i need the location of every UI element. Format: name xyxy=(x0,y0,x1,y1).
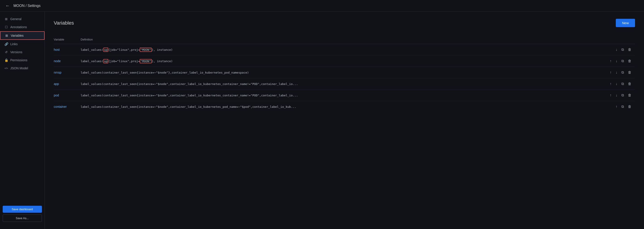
annotations-icon: ☐ xyxy=(4,25,8,29)
row-actions: ↑ ↓ ⧉ 🗑 xyxy=(599,93,632,98)
content-area: Variables New Variable Definition host xyxy=(45,12,644,229)
table-row: nmsp label_values(container_last_seen{in… xyxy=(54,67,635,78)
var-definition: label_values(up{job="linux",proj="MOON"}… xyxy=(80,59,173,63)
save-as-button[interactable]: Save As... xyxy=(3,215,42,222)
sidebar-item-general[interactable]: ⊞ General xyxy=(0,15,44,23)
var-name: nmsp xyxy=(54,71,61,74)
sidebar-item-label: Variables xyxy=(11,34,24,37)
sidebar: ⊞ General ☐ Annotations ⊞ Variables 🔗 Li… xyxy=(0,12,45,229)
var-name: app xyxy=(54,82,59,86)
sidebar-item-links[interactable]: 🔗 Links xyxy=(0,40,44,48)
table-row: pod label_values(container_last_seen{ins… xyxy=(54,90,635,101)
row-actions: ↑ ↓ ⧉ 🗑 xyxy=(599,59,632,63)
move-up-button[interactable]: ↑ xyxy=(615,104,618,109)
col-header-actions xyxy=(599,36,635,44)
move-down-button[interactable]: ↓ xyxy=(615,81,618,86)
col-header-variable: Variable xyxy=(54,36,80,44)
var-definition: label_values(container_last_seen{instanc… xyxy=(80,82,298,86)
move-up-button[interactable]: ↑ xyxy=(609,93,612,98)
general-icon: ⊞ xyxy=(4,17,8,21)
sidebar-item-permissions[interactable]: 🔒 Permissions xyxy=(0,56,44,64)
copy-button[interactable]: ⧉ xyxy=(620,104,625,109)
delete-button[interactable]: 🗑 xyxy=(627,59,632,63)
row-actions: ↑ ↓ ⧉ 🗑 xyxy=(599,70,632,75)
copy-button[interactable]: ⧉ xyxy=(620,81,625,86)
sidebar-item-label: General xyxy=(10,17,22,21)
move-up-button[interactable]: ↑ xyxy=(609,81,612,86)
row-actions: ↑ ⧉ 🗑 xyxy=(599,104,632,109)
row-actions: ↓ ⧉ 🗑 xyxy=(599,47,632,52)
sidebar-item-versions[interactable]: ↺ Versions xyxy=(0,48,44,56)
page-title: Variables xyxy=(54,20,74,26)
sidebar-item-json-model[interactable]: </> JSON Model xyxy=(0,64,44,72)
sidebar-item-label: JSON Model xyxy=(10,66,28,70)
sidebar-item-annotations[interactable]: ☐ Annotations xyxy=(0,23,44,31)
json-model-icon: </> xyxy=(4,67,8,70)
variables-table: Variable Definition host label_values(up… xyxy=(54,36,635,112)
var-name: pod xyxy=(54,93,59,97)
main-layout: ⊞ General ☐ Annotations ⊞ Variables 🔗 Li… xyxy=(0,12,644,229)
copy-button[interactable]: ⧉ xyxy=(620,59,625,63)
copy-button[interactable]: ⧉ xyxy=(620,47,625,52)
var-definition: label_values(container_last_seen{instanc… xyxy=(80,71,249,74)
content-header: Variables New xyxy=(54,19,635,27)
copy-button[interactable]: ⧉ xyxy=(620,93,625,98)
move-down-button[interactable]: ↓ xyxy=(615,59,618,63)
var-definition: label_values(up{job="linux",proj="MOON"}… xyxy=(80,48,173,52)
move-up-button[interactable]: ↑ xyxy=(609,70,612,75)
table-row: node label_values(up{job="linux",proj="M… xyxy=(54,55,635,67)
row-actions: ↑ ↓ ⧉ 🗑 xyxy=(599,81,632,86)
delete-button[interactable]: 🗑 xyxy=(627,93,632,98)
sidebar-item-label: Annotations xyxy=(10,25,27,29)
permissions-icon: 🔒 xyxy=(4,58,8,62)
new-button[interactable]: New xyxy=(616,19,635,27)
move-down-button[interactable]: ↓ xyxy=(615,70,618,75)
delete-button[interactable]: 🗑 xyxy=(627,104,632,109)
versions-icon: ↺ xyxy=(4,50,8,54)
move-down-button[interactable]: ↓ xyxy=(615,47,618,52)
sidebar-buttons: Save dashboard Save As... xyxy=(0,202,44,226)
table-row: container label_values(container_last_se… xyxy=(54,101,635,112)
sidebar-item-label: Permissions xyxy=(10,58,27,62)
header-title: MOON / Settings xyxy=(14,4,40,8)
save-dashboard-button[interactable]: Save dashboard xyxy=(3,206,42,213)
copy-button[interactable]: ⧉ xyxy=(620,70,625,75)
sidebar-item-label: Versions xyxy=(10,50,22,54)
delete-button[interactable]: 🗑 xyxy=(627,81,632,86)
var-name: container xyxy=(54,105,67,108)
delete-button[interactable]: 🗑 xyxy=(627,70,632,75)
move-up-button[interactable]: ↑ xyxy=(609,59,612,63)
var-name: host xyxy=(54,48,60,51)
var-name: node xyxy=(54,59,61,63)
delete-button[interactable]: 🗑 xyxy=(627,47,632,52)
var-definition: label_values(container_last_seen{instanc… xyxy=(80,105,296,108)
col-header-definition: Definition xyxy=(80,36,599,44)
table-row: app label_values(container_last_seen{ins… xyxy=(54,78,635,90)
sidebar-item-variables[interactable]: ⊞ Variables xyxy=(0,31,44,40)
table-row: host label_values(up{job="linux",proj="M… xyxy=(54,44,635,55)
sidebar-item-label: Links xyxy=(10,42,18,46)
header: ← MOON / Settings xyxy=(0,0,644,12)
back-button[interactable]: ← xyxy=(5,3,10,8)
move-down-button[interactable]: ↓ xyxy=(615,93,618,98)
variables-icon: ⊞ xyxy=(5,34,8,37)
var-definition: label_values(container_last_seen{instanc… xyxy=(80,94,298,97)
links-icon: 🔗 xyxy=(4,42,8,46)
